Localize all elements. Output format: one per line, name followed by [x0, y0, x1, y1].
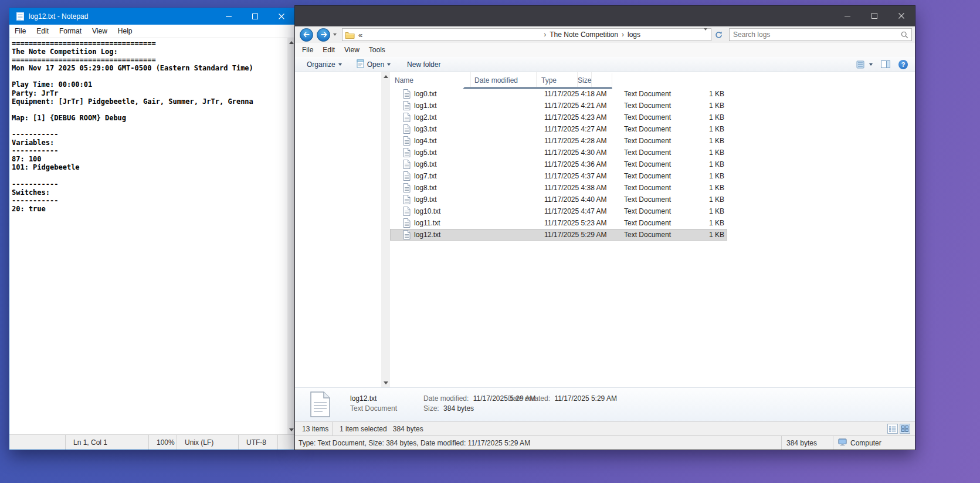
file-row[interactable]: log0.txt 11/17/2025 4:18 AM Text Documen…: [390, 88, 727, 100]
size-label: Size:: [423, 404, 439, 413]
file-row[interactable]: log8.txt 11/17/2025 4:38 AM Text Documen…: [390, 182, 727, 194]
menu-item[interactable]: Help: [113, 27, 138, 35]
file-row[interactable]: log3.txt 11/17/2025 4:27 AM Text Documen…: [390, 123, 727, 135]
sort-ascending-icon: [463, 73, 612, 89]
date-created-label: Date created:: [508, 394, 550, 403]
file-size: 1 KB: [686, 125, 727, 133]
selection-size: 384 bytes: [393, 425, 423, 433]
notepad-window: log12.txt - Notepad FileEditFormatViewHe…: [9, 8, 295, 450]
file-row[interactable]: log4.txt 11/17/2025 4:28 AM Text Documen…: [390, 135, 727, 147]
file-date-modified: 11/17/2025 4:28 AM: [540, 137, 620, 145]
notepad-text-area[interactable]: ================================== The N…: [9, 38, 287, 434]
file-row[interactable]: log12.txt 11/17/2025 5:29 AM Text Docume…: [390, 229, 727, 241]
file-list: log0.txt 11/17/2025 4:18 AM Text Documen…: [390, 88, 915, 241]
menu-item[interactable]: File: [297, 46, 318, 54]
scroll-down-arrow-icon[interactable]: [381, 379, 390, 387]
help-icon[interactable]: [898, 60, 908, 69]
maximize-button[interactable]: [861, 6, 888, 26]
text-file-icon: [403, 160, 411, 169]
explorer-titlebar[interactable]: [295, 6, 915, 26]
file-row[interactable]: log10.txt 11/17/2025 4:47 AM Text Docume…: [390, 205, 727, 217]
close-button[interactable]: [888, 6, 915, 26]
file-type: Text Document: [620, 207, 686, 215]
notepad-vertical-scrollbar[interactable]: [287, 38, 295, 434]
menu-item[interactable]: Edit: [318, 46, 340, 54]
file-name: log9.txt: [414, 195, 437, 204]
icons-view-button[interactable]: [900, 424, 910, 434]
file-date-modified: 11/17/2025 5:23 AM: [540, 219, 620, 227]
notepad-titlebar[interactable]: log12.txt - Notepad: [9, 8, 295, 25]
breadcrumb-separator-icon: [620, 31, 626, 39]
file-row[interactable]: log1.txt 11/17/2025 4:21 AM Text Documen…: [390, 100, 727, 112]
maximize-button[interactable]: [242, 8, 269, 25]
scroll-down-arrow-icon[interactable]: [287, 425, 295, 434]
address-bar-row: « The Note Competition logs: [295, 26, 915, 43]
breadcrumb-current-folder[interactable]: logs: [626, 31, 642, 39]
file-row[interactable]: log11.txt 11/17/2025 5:23 AM Text Docume…: [390, 217, 727, 229]
file-name: log6.txt: [414, 160, 437, 168]
menu-item[interactable]: Edit: [31, 27, 54, 35]
breadcrumb-folder[interactable]: The Note Competition: [548, 31, 620, 39]
text-file-icon: [403, 89, 411, 99]
search-box[interactable]: [729, 28, 912, 41]
file-row[interactable]: log7.txt 11/17/2025 4:37 AM Text Documen…: [390, 170, 727, 182]
minimize-button[interactable]: [216, 8, 242, 25]
recent-pages-dropdown[interactable]: [333, 33, 337, 36]
breadcrumb-overflow[interactable]: «: [358, 31, 362, 39]
selected-file-icon: [310, 391, 331, 420]
classic-status-bar: Type: Text Document, Size: 384 bytes, Da…: [295, 435, 915, 450]
text-file-icon: [403, 136, 411, 146]
menu-item[interactable]: View: [87, 27, 113, 35]
menu-item[interactable]: Format: [54, 27, 87, 35]
file-row[interactable]: log6.txt 11/17/2025 4:36 AM Text Documen…: [390, 158, 727, 170]
explorer-window: « The Note Competition logs FileEditView…: [295, 6, 915, 450]
file-date-modified: 11/17/2025 5:29 AM: [540, 231, 620, 239]
column-header[interactable]: Name: [390, 72, 471, 88]
minimize-button[interactable]: [834, 6, 861, 26]
file-name: log1.txt: [414, 102, 437, 110]
menu-item[interactable]: File: [9, 27, 31, 35]
address-dropdown-icon[interactable]: [704, 31, 707, 39]
text-file-icon: [403, 207, 411, 216]
file-date-modified: 11/17/2025 4:36 AM: [540, 160, 620, 168]
organize-button[interactable]: Organize: [307, 60, 342, 69]
file-size: 1 KB: [686, 148, 727, 157]
change-view-button[interactable]: [856, 60, 873, 69]
menu-item[interactable]: View: [340, 46, 364, 54]
file-row[interactable]: log5.txt 11/17/2025 4:30 AM Text Documen…: [390, 147, 727, 158]
text-file-icon: [403, 230, 411, 239]
search-input[interactable]: [730, 31, 901, 39]
open-button[interactable]: Open: [357, 59, 391, 70]
text-file-icon: [403, 218, 411, 228]
details-view-button[interactable]: [887, 424, 898, 434]
text-file-icon: [403, 171, 411, 181]
file-row[interactable]: log2.txt 11/17/2025 4:23 AM Text Documen…: [390, 112, 727, 123]
navigation-pane-scrollbar[interactable]: [381, 72, 390, 387]
items-count: 13 items: [295, 422, 333, 435]
file-size: 1 KB: [686, 207, 727, 215]
forward-button[interactable]: [317, 28, 330, 42]
file-size: 1 KB: [686, 137, 727, 145]
file-date-modified: 11/17/2025 4:30 AM: [540, 148, 620, 157]
close-button[interactable]: [269, 8, 295, 25]
text-file-icon: [403, 113, 411, 122]
refresh-button[interactable]: [713, 28, 724, 41]
file-type: Text Document: [620, 113, 686, 121]
file-name: log12.txt: [414, 231, 440, 239]
chevron-down-icon: [338, 63, 342, 66]
notepad-status-bar: Ln 1, Col 1 100% Unix (LF) UTF-8: [9, 434, 295, 450]
file-name: log3.txt: [414, 125, 437, 133]
file-row[interactable]: log9.txt 11/17/2025 4:40 AM Text Documen…: [390, 194, 727, 205]
preview-pane-button[interactable]: [881, 60, 890, 68]
new-folder-button[interactable]: New folder: [407, 60, 440, 69]
back-button[interactable]: [300, 28, 313, 42]
status-size: 384 bytes: [781, 436, 833, 450]
file-size: 1 KB: [686, 184, 727, 192]
folder-icon: [345, 31, 355, 39]
navigation-pane: [295, 72, 390, 387]
file-date-modified: 11/17/2025 4:27 AM: [540, 125, 620, 133]
scroll-up-arrow-icon[interactable]: [381, 72, 390, 81]
scroll-up-arrow-icon[interactable]: [287, 38, 295, 47]
menu-item[interactable]: Tools: [364, 46, 390, 54]
address-bar[interactable]: « The Note Competition logs: [342, 28, 711, 41]
